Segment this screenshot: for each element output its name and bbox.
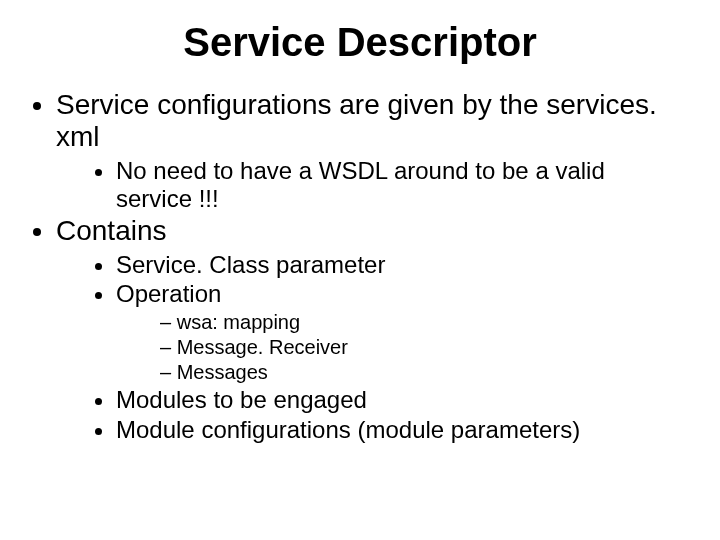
bullet-text: Service. Class parameter [116,251,385,278]
slide-title: Service Descriptor [0,20,720,65]
bullet-text: Service configurations are given by the … [56,89,657,152]
bullet-item: Modules to be engaged [116,386,680,414]
bullet-text: Module configurations (module parameters… [116,416,580,443]
bullet-item: Module configurations (module parameters… [116,416,680,444]
bullet-text: Modules to be engaged [116,386,367,413]
bullet-item: No need to have a WSDL around to be a va… [116,157,680,212]
bullet-list-level-3: wsa: mapping Message. Receiver Messages [160,310,680,384]
bullet-list-level-2: Service. Class parameter Operation wsa: … [116,251,680,443]
bullet-text: Contains [56,215,167,246]
bullet-item: Service configurations are given by the … [56,89,680,213]
slide: Service Descriptor Service configuration… [0,0,720,540]
bullet-text: No need to have a WSDL around to be a va… [116,157,605,212]
bullet-text: Message. Receiver [177,336,348,358]
bullet-item: Service. Class parameter [116,251,680,279]
bullet-text: Operation [116,280,221,307]
bullet-item: Messages [160,360,680,384]
bullet-item: Contains Service. Class parameter Operat… [56,215,680,444]
bullet-text: Messages [177,361,268,383]
bullet-text: wsa: mapping [177,311,300,333]
bullet-item: wsa: mapping [160,310,680,334]
bullet-item: Operation wsa: mapping Message. Receiver… [116,280,680,384]
bullet-list-level-1: Service configurations are given by the … [56,89,680,443]
bullet-item: Message. Receiver [160,335,680,359]
bullet-list-level-2: No need to have a WSDL around to be a va… [116,157,680,212]
